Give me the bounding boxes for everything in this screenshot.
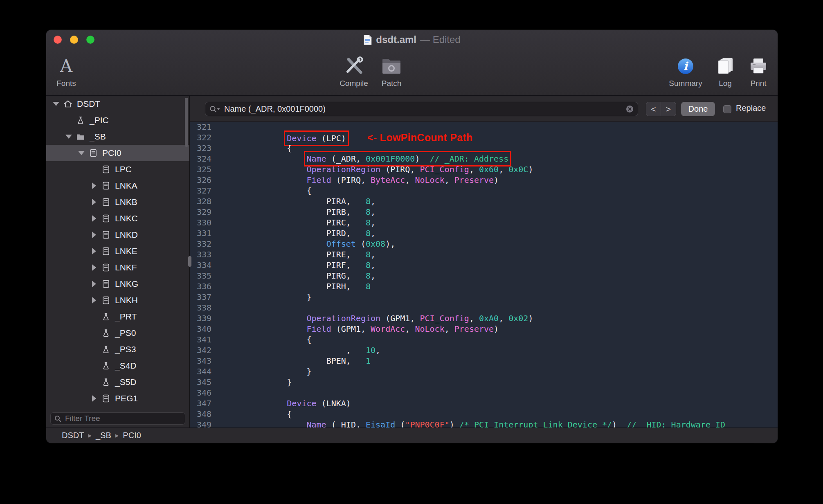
tree-item-label: LNKB (115, 197, 137, 207)
breadcrumb-item-pci0[interactable]: PCI0 (123, 431, 141, 440)
code-line[interactable]: 343 BPEN, 1 (190, 356, 778, 366)
breadcrumb-separator-icon: ▸ (115, 431, 119, 440)
code-line[interactable]: 337 } (190, 292, 778, 302)
code-line[interactable]: 348 { (190, 409, 778, 419)
sidebar-item-_prt[interactable]: _PRT (46, 308, 189, 325)
find-previous-button[interactable]: < (646, 102, 661, 116)
find-nav-group: < > (646, 102, 676, 116)
disclosure-triangle[interactable] (88, 232, 100, 238)
code-line[interactable]: 325 OperationRegion (PIRQ, PCI_Config, 0… (190, 164, 778, 175)
disclosure-triangle[interactable] (88, 199, 100, 205)
pane-splitter-handle[interactable] (188, 256, 191, 267)
disclosure-triangle[interactable] (88, 297, 100, 304)
sidebar-item-_s4d[interactable]: _S4D (46, 358, 189, 374)
code-line[interactable]: 326 Field (PIRQ, ByteAcc, NoLock, Preser… (190, 175, 778, 185)
tree-item-label: LNKE (115, 246, 137, 256)
code-line[interactable]: 323 { (190, 143, 778, 153)
sidebar-item-_ps0[interactable]: _PS0 (46, 325, 189, 341)
method-icon (101, 360, 111, 371)
code-line[interactable]: 329 PIRB, 8, (190, 207, 778, 217)
toolbar-label: Summary (669, 79, 702, 88)
sidebar-item-lnkb[interactable]: LNKB (46, 194, 189, 210)
toolbar-button-compile[interactable]: Compile (337, 51, 371, 94)
code-line[interactable]: 342 , 10, (190, 345, 778, 356)
find-input[interactable] (223, 104, 623, 114)
disclosure-triangle[interactable] (88, 215, 100, 222)
line-number: 341 (190, 334, 217, 345)
code-line[interactable]: 336 PIRH, 8 (190, 281, 778, 292)
code-line[interactable]: 330 PIRC, 8, (190, 217, 778, 228)
sidebar-item-lnkg[interactable]: LNKG (46, 276, 189, 292)
line-number: 335 (190, 270, 217, 281)
code-line[interactable]: 322 Device (LPC)<- LowPinCount Path (190, 132, 778, 143)
code-line[interactable]: 339 OperationRegion (GPM1, PCI_Config, 0… (190, 313, 778, 324)
disclosure-triangle[interactable] (88, 248, 100, 254)
sidebar-item-lnke[interactable]: LNKE (46, 243, 189, 259)
disclosure-triangle[interactable] (50, 102, 62, 106)
filter-tree-field[interactable] (50, 412, 185, 425)
tree-item-label: LNKD (115, 230, 138, 240)
line-number: 344 (190, 366, 217, 377)
breadcrumb-bar: DSDT▸_SB▸PCI0 (46, 428, 778, 443)
code-editor[interactable]: 321322 Device (LPC)<- LowPinCount Path32… (190, 122, 778, 428)
search-menu-icon[interactable] (209, 105, 220, 113)
device-icon (101, 180, 111, 191)
toolbar-button-fonts[interactable]: AFonts (49, 51, 83, 94)
code-line[interactable]: 333 PIRE, 8, (190, 249, 778, 260)
code-line[interactable]: 340 Field (GPM1, WordAcc, NoLock, Preser… (190, 324, 778, 334)
sidebar-scrollbar-thumb[interactable] (185, 98, 188, 147)
code-line[interactable]: 334 PIRF, 8, (190, 260, 778, 270)
disclosure-triangle[interactable] (76, 151, 87, 155)
line-number: 338 (190, 302, 217, 313)
sidebar-item-dsdt[interactable]: DSDT (46, 96, 189, 112)
breadcrumb-item-_sb[interactable]: _SB (96, 431, 111, 440)
line-number: 326 (190, 175, 217, 185)
sidebar-item-lnkc[interactable]: LNKC (46, 210, 189, 227)
code-line[interactable]: 347 Device (LNKA) (190, 398, 778, 409)
done-button[interactable]: Done (681, 102, 715, 116)
toolbar-button-print[interactable]: Print (741, 51, 776, 94)
sidebar-item-peg1[interactable]: PEG1 (46, 390, 189, 407)
code-line[interactable]: 335 PIRG, 8, (190, 270, 778, 281)
filter-tree-input[interactable] (64, 414, 181, 423)
sidebar-item-_ps3[interactable]: _PS3 (46, 341, 189, 358)
toolbar-button-patch[interactable]: Patch (374, 51, 409, 94)
clear-search-button[interactable] (626, 105, 634, 113)
sidebar-item-lnkh[interactable]: LNKH (46, 292, 189, 308)
code-line[interactable]: 324 Name (_ADR, 0x001F0000) // _ADR: Add… (190, 153, 778, 164)
sidebar-item-_pic[interactable]: _PIC (46, 112, 189, 128)
line-number: 322 (190, 132, 217, 143)
toolbar-button-summary[interactable]: iSummary (668, 51, 703, 94)
code-line[interactable]: 346 (190, 387, 778, 398)
tree-item-label: _SB (90, 132, 106, 142)
code-line[interactable]: 338 (190, 302, 778, 313)
sidebar-item-_s5d[interactable]: _S5D (46, 374, 189, 390)
line-number: 330 (190, 217, 217, 228)
replace-checkbox[interactable] (723, 105, 731, 113)
disclosure-triangle[interactable] (88, 281, 100, 287)
sidebar-item-lpc[interactable]: LPC (46, 161, 189, 178)
sidebar-item-_sb[interactable]: _SB (46, 128, 189, 145)
sidebar-item-lnkf[interactable]: LNKF (46, 259, 189, 276)
code-line[interactable]: 345 } (190, 377, 778, 387)
sidebar-item-lnka[interactable]: LNKA (46, 178, 189, 194)
find-field[interactable] (205, 102, 638, 116)
toolbar-button-log[interactable]: Log (708, 51, 742, 94)
code-line[interactable]: 328 PIRA, 8, (190, 196, 778, 207)
disclosure-triangle[interactable] (88, 182, 100, 189)
code-line[interactable]: 344 } (190, 366, 778, 377)
disclosure-triangle[interactable] (88, 395, 100, 402)
line-number: 323 (190, 143, 217, 153)
code-line[interactable]: 327 { (190, 185, 778, 196)
code-line[interactable]: 341 { (190, 334, 778, 345)
sidebar-item-lnkd[interactable]: LNKD (46, 227, 189, 243)
code-line[interactable]: 331 PIRD, 8, (190, 228, 778, 239)
code-line[interactable]: 332 Offset (0x08), (190, 239, 778, 249)
disclosure-triangle[interactable] (88, 264, 100, 271)
breadcrumb-item-dsdt[interactable]: DSDT (62, 431, 84, 440)
sidebar-item-pci0[interactable]: PCI0 (46, 145, 189, 161)
code-line[interactable]: 321 (190, 122, 778, 132)
disclosure-triangle[interactable] (63, 135, 74, 139)
code-line[interactable]: 349 Name (_HID, EisaId ("PNP0C0F") /* PC… (190, 419, 778, 428)
find-next-button[interactable]: > (661, 102, 676, 116)
